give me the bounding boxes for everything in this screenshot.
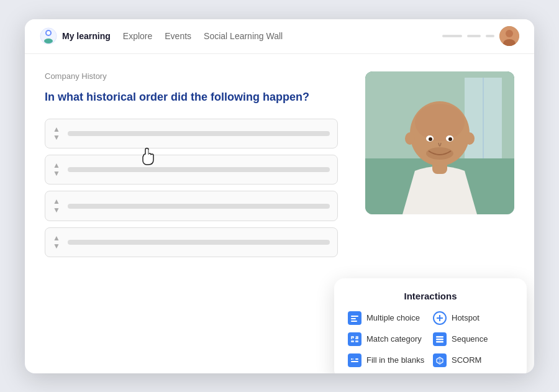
svg-rect-24 xyxy=(351,321,357,322)
main-content: Company History In what historical order… xyxy=(25,54,534,373)
svg-rect-35 xyxy=(355,358,358,360)
svg-point-18 xyxy=(448,137,452,141)
person-photo xyxy=(365,71,514,214)
scorm-label: SCORM xyxy=(452,355,481,365)
svg-point-5 xyxy=(506,30,513,37)
browser-window: My learning Explore Events Social Learni… xyxy=(25,19,534,373)
left-panel: Company History In what historical order… xyxy=(45,71,338,361)
right-panel: Interactions Multiple choice xyxy=(353,71,514,361)
interaction-item-sequence: Sequence xyxy=(433,332,513,346)
arrows-icon-1: ▲ ▼ xyxy=(53,125,60,142)
fill-blanks-icon xyxy=(348,353,361,367)
sequence-icon xyxy=(433,332,447,346)
drag-item-1[interactable]: ▲ ▼ xyxy=(45,119,338,148)
breadcrumb: Company History xyxy=(45,71,338,81)
interactions-card-title: Interactions xyxy=(348,291,513,301)
drag-item-3[interactable]: ▲ ▼ xyxy=(45,191,338,221)
arrows-icon-2: ▲ ▼ xyxy=(53,162,60,178)
drag-item-4[interactable]: ▲ ▼ xyxy=(45,227,338,257)
nav-bar-line-2 xyxy=(467,35,481,37)
drag-item-bar-2 xyxy=(68,167,330,172)
question-title: In what historical order did the followi… xyxy=(45,89,338,105)
drag-item-bar-4 xyxy=(68,240,330,245)
drag-items-list: ▲ ▼ ▲ ▼ ▲ ▼ xyxy=(45,119,338,258)
fill-blanks-label: Fill in the blanks xyxy=(366,355,424,365)
arrows-icon-3: ▲ ▼ xyxy=(53,198,60,214)
hotspot-label: Hotspot xyxy=(452,313,479,322)
nav-link-social[interactable]: Social Learning Wall xyxy=(204,31,283,41)
interactions-grid: Multiple choice Hotspot xyxy=(348,311,513,367)
svg-rect-31 xyxy=(436,336,443,338)
interaction-item-multiple-choice: Multiple choice xyxy=(348,311,428,325)
match-category-icon xyxy=(348,332,361,346)
interaction-item-hotspot: Hotspot xyxy=(433,311,513,325)
svg-rect-22 xyxy=(351,316,358,317)
svg-point-2 xyxy=(44,39,53,43)
svg-point-14 xyxy=(415,104,465,141)
drag-item-bar-1 xyxy=(68,131,330,136)
user-avatar[interactable] xyxy=(499,26,519,46)
svg-rect-37 xyxy=(352,358,354,360)
arrows-icon-4: ▲ ▼ xyxy=(53,234,60,250)
nav-link-explore[interactable]: Explore xyxy=(123,31,152,41)
scorm-icon xyxy=(433,353,447,367)
svg-rect-29 xyxy=(351,340,354,342)
match-category-label: Match category xyxy=(366,334,422,344)
nav-link-events[interactable]: Events xyxy=(165,31,191,41)
interactions-card: Interactions Multiple choice xyxy=(334,278,527,373)
svg-point-19 xyxy=(426,147,453,160)
multiple-choice-label: Multiple choice xyxy=(366,313,420,322)
drag-item-bar-3 xyxy=(68,204,330,209)
sequence-label: Sequence xyxy=(452,334,488,344)
nav-bar: My learning Explore Events Social Learni… xyxy=(25,19,534,54)
nav-bar-line-3 xyxy=(486,35,494,37)
interaction-item-match-category: Match category xyxy=(348,332,428,346)
nav-right xyxy=(442,26,519,46)
svg-point-20 xyxy=(405,132,415,145)
svg-rect-32 xyxy=(436,339,443,340)
svg-rect-36 xyxy=(351,361,358,362)
svg-point-3 xyxy=(47,31,50,35)
svg-point-21 xyxy=(465,132,475,145)
interaction-item-scorm: SCORM xyxy=(433,353,513,367)
svg-point-17 xyxy=(429,137,432,141)
nav-links: My learning Explore Events Social Learni… xyxy=(62,31,442,41)
app-logo[interactable] xyxy=(40,27,57,45)
svg-rect-33 xyxy=(436,341,443,343)
nav-link-my-learning[interactable]: My learning xyxy=(62,31,111,41)
interaction-item-fill-blanks: Fill in the blanks xyxy=(348,353,428,367)
svg-rect-23 xyxy=(351,318,356,319)
svg-rect-30 xyxy=(355,340,358,342)
multiple-choice-icon xyxy=(348,311,361,325)
drag-item-2[interactable]: ▲ ▼ xyxy=(45,155,338,185)
nav-bar-line-1 xyxy=(442,35,462,37)
hotspot-icon xyxy=(433,311,447,325)
